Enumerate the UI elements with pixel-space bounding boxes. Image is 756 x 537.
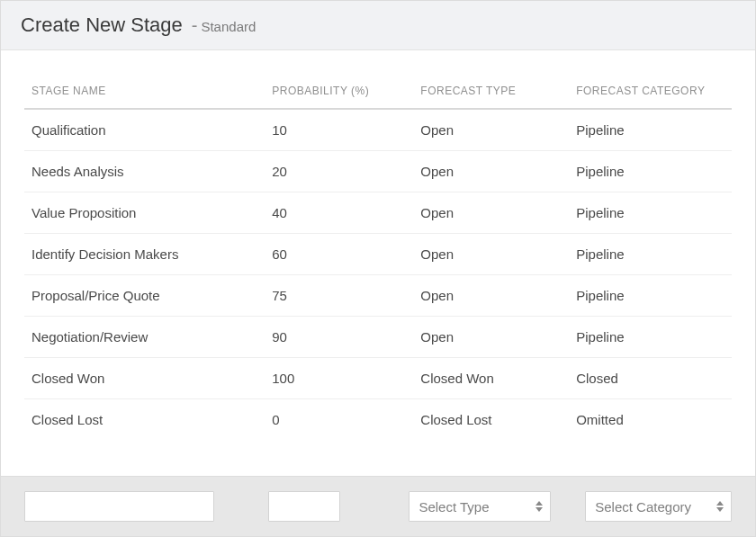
cell-forecast: Open	[413, 151, 569, 192]
cell-forecast: Closed Lost	[413, 399, 569, 441]
page-subtitle: Standard	[201, 19, 256, 34]
table-row: Needs Analysis20OpenPipeline	[24, 151, 732, 192]
svg-marker-0	[536, 501, 543, 506]
cell-prob: 100	[265, 358, 413, 399]
page-title: Create New Stage	[21, 13, 183, 37]
col-header-forecast: FORECAST TYPE	[413, 76, 569, 109]
cell-category: Pipeline	[569, 151, 732, 192]
cell-prob: 40	[265, 192, 413, 234]
cell-forecast: Open	[413, 275, 569, 317]
cell-stage: Qualification	[24, 109, 265, 151]
cell-stage: Closed Won	[24, 358, 265, 399]
cell-forecast: Open	[413, 234, 569, 275]
cell-prob: 0	[265, 399, 413, 441]
col-header-prob: PROBABILITY (%)	[265, 76, 413, 109]
probability-input[interactable]	[268, 491, 340, 522]
cell-stage: Needs Analysis	[24, 151, 265, 192]
cell-forecast: Open	[413, 192, 569, 234]
table-row: Negotiation/Review90OpenPipeline	[24, 317, 732, 358]
footer-input-bar: Select Type Select Category	[1, 476, 755, 536]
content-area: STAGE NAME PROBABILITY (%) FORECAST TYPE…	[1, 50, 755, 476]
cell-prob: 60	[265, 234, 413, 275]
cell-stage: Closed Lost	[24, 399, 265, 441]
svg-marker-1	[536, 507, 543, 512]
svg-marker-2	[716, 501, 724, 506]
svg-marker-3	[716, 507, 724, 512]
table-row: Proposal/Price Quote75OpenPipeline	[24, 275, 732, 317]
cell-category: Closed	[569, 358, 732, 399]
cell-prob: 20	[265, 151, 413, 192]
cell-category: Pipeline	[569, 192, 732, 234]
col-header-stage: STAGE NAME	[24, 76, 265, 109]
cell-forecast: Open	[413, 109, 569, 151]
cell-prob: 10	[265, 109, 413, 151]
cell-stage: Value Proposition	[24, 192, 265, 234]
header-bar: Create New Stage - Standard	[1, 1, 755, 50]
cell-category: Pipeline	[569, 234, 732, 275]
stage-name-input[interactable]	[24, 491, 214, 522]
cell-forecast: Closed Won	[413, 358, 569, 399]
cell-stage: Negotiation/Review	[24, 317, 265, 358]
cell-prob: 75	[265, 275, 413, 317]
cell-category: Pipeline	[569, 109, 732, 151]
sort-icon	[716, 501, 724, 512]
table-row: Qualification10OpenPipeline	[24, 109, 732, 151]
table-header-row: STAGE NAME PROBABILITY (%) FORECAST TYPE…	[24, 76, 732, 109]
cell-prob: 90	[265, 317, 413, 358]
table-row: Closed Won100Closed WonClosed	[24, 358, 732, 399]
forecast-category-select[interactable]: Select Category	[585, 491, 732, 522]
cell-forecast: Open	[413, 317, 569, 358]
stages-table: STAGE NAME PROBABILITY (%) FORECAST TYPE…	[24, 76, 732, 440]
cell-category: Pipeline	[569, 317, 732, 358]
forecast-category-placeholder: Select Category	[595, 499, 691, 515]
table-row: Identify Decision Makers60OpenPipeline	[24, 234, 732, 275]
cell-category: Pipeline	[569, 275, 732, 317]
cell-category: Omitted	[569, 399, 732, 441]
table-row: Closed Lost0Closed LostOmitted	[24, 399, 732, 441]
cell-stage: Identify Decision Makers	[24, 234, 265, 275]
cell-stage: Proposal/Price Quote	[24, 275, 265, 317]
forecast-type-select[interactable]: Select Type	[409, 491, 551, 522]
col-header-category: FORECAST CATEGORY	[569, 76, 732, 109]
sort-icon	[536, 501, 543, 512]
forecast-type-placeholder: Select Type	[418, 499, 489, 515]
table-row: Value Proposition40OpenPipeline	[24, 192, 732, 234]
title-separator: -	[192, 15, 198, 36]
